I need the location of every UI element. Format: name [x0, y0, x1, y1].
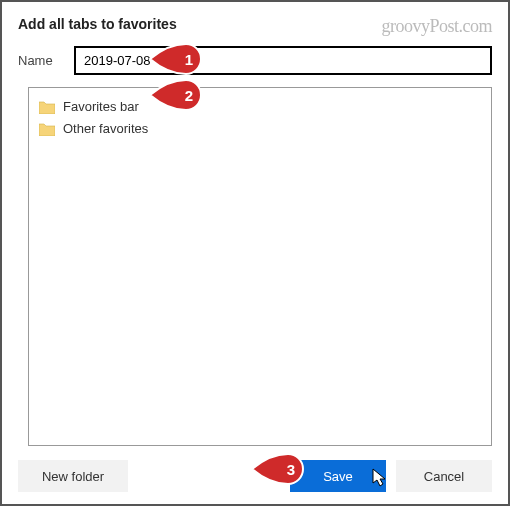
add-tabs-to-favorites-dialog: Add all tabs to favorites Name Favorites… — [2, 2, 508, 504]
folder-label: Other favorites — [63, 120, 148, 138]
button-row: New folder Save Cancel — [18, 460, 492, 492]
new-folder-button[interactable]: New folder — [18, 460, 128, 492]
cancel-button[interactable]: Cancel — [396, 460, 492, 492]
folder-icon — [39, 122, 55, 136]
folder-item-favorites-bar[interactable]: Favorites bar — [35, 96, 485, 118]
folder-item-other-favorites[interactable]: Other favorites — [35, 118, 485, 140]
dialog-title: Add all tabs to favorites — [18, 16, 492, 32]
folder-tree[interactable]: Favorites bar Other favorites — [28, 87, 492, 446]
folder-label: Favorites bar — [63, 98, 139, 116]
name-row: Name — [18, 46, 492, 75]
folder-icon — [39, 100, 55, 114]
save-button[interactable]: Save — [290, 460, 386, 492]
name-label: Name — [18, 53, 62, 68]
name-input[interactable] — [74, 46, 492, 75]
